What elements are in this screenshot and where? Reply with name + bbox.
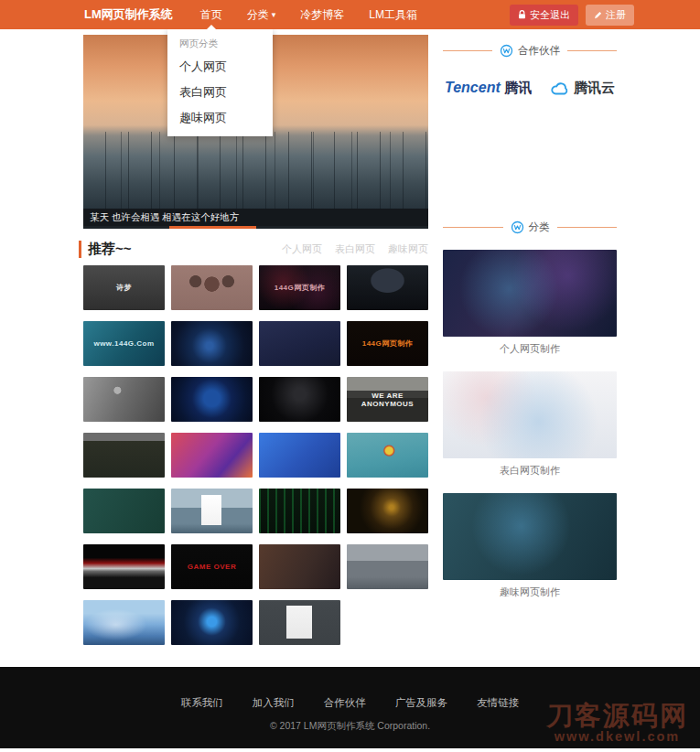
dropdown-item[interactable]: 趣味网页 (167, 105, 273, 131)
thumbnail-tile[interactable] (259, 600, 340, 645)
nav-item-label: 首页 (200, 7, 222, 23)
recommend-filter-links: 个人网页 表白网页 趣味网页 (282, 242, 428, 256)
thumbnail-label: www.144G.Com (93, 339, 154, 348)
footer-link[interactable]: 加入我们 (253, 696, 295, 710)
thumbnail-tile[interactable] (259, 489, 340, 533)
tencent-cloud-logo[interactable]: 腾讯云 (550, 80, 615, 97)
navbar-actions: 安全退出 注册 (510, 5, 634, 26)
sidebar: 合作伙伴 Tencent 腾讯 腾讯云 分类 (443, 35, 617, 615)
tencent-cloud-label: 腾讯云 (574, 80, 615, 97)
nav-item-label: 分类 (247, 7, 269, 23)
thumbnail-label: GAME OVER (188, 563, 236, 571)
tencent-logo-en: Tencent (445, 80, 501, 95)
category-card[interactable]: 趣味网页制作 (443, 493, 617, 607)
footer-link[interactable]: 友情链接 (477, 696, 519, 710)
thumbnail-tile[interactable] (171, 600, 253, 645)
thumbnail-tile[interactable] (83, 377, 165, 422)
dropdown-title: 网页分类 (167, 36, 273, 54)
carousel-indicator-segment[interactable] (83, 226, 169, 229)
thumbnail-tile[interactable] (347, 489, 428, 533)
nav-item[interactable]: 分类 ▾ (247, 0, 276, 29)
thumbnail-tile[interactable]: WE ARE ANONYMOUS (347, 377, 428, 422)
dropdown-item[interactable]: 个人网页 (167, 54, 273, 80)
footer-link[interactable]: 合作伙伴 (324, 696, 366, 710)
thumbnail-tile[interactable]: 144G网页制作 (259, 265, 340, 310)
nav-item[interactable]: 首页 (200, 0, 222, 29)
thumbnail-tile[interactable] (171, 265, 253, 310)
lock-icon (518, 10, 526, 19)
footer-link[interactable]: 联系我们 (181, 696, 223, 710)
categories-title: 分类 (529, 220, 550, 234)
carousel-indicator-segment[interactable] (169, 226, 255, 229)
hero-image-detail (83, 132, 428, 209)
partners-row: Tencent 腾讯 腾讯云 (443, 80, 617, 97)
thumbnail-tile[interactable]: 144G网页制作 (347, 321, 428, 366)
hero-caption: 某天 也许会相遇 相遇在这个好地方 (83, 209, 428, 226)
thumbnail-tile[interactable] (259, 544, 340, 589)
hero-carousel: 某天 也许会相遇 相遇在这个好地方 网页分类 个人网页 (83, 35, 428, 229)
thumbnail-tile[interactable] (171, 321, 253, 366)
thumbnail-tile[interactable] (83, 433, 165, 478)
thumbnail-tile[interactable]: GAME OVER (171, 544, 253, 589)
category-cards: 个人网页制作 表白网页制作 趣味网页制作 (443, 250, 617, 607)
site-logo-icon (511, 220, 524, 234)
partners-title: 合作伙伴 (518, 44, 560, 58)
thumbnail-tile[interactable]: www.144G.Com (83, 321, 165, 366)
category-card[interactable]: 表白网页制作 (443, 371, 617, 485)
category-card[interactable]: 个人网页制作 (443, 250, 617, 363)
thumbnail-label: 144G网页制作 (275, 283, 326, 293)
main-column: 某天 也许会相遇 相遇在这个好地方 网页分类 个人网页 (83, 35, 428, 645)
carousel-indicator-segment[interactable] (256, 226, 342, 229)
recommend-header: 推荐~~ 个人网页 表白网页 趣味网页 (83, 240, 428, 258)
category-dropdown: 网页分类 个人网页 表白网页 趣味网页 (167, 29, 273, 136)
logout-button[interactable]: 安全退出 (510, 5, 578, 26)
divider (567, 50, 617, 51)
divider (443, 227, 503, 228)
divider (557, 227, 618, 228)
thumbnail-tile[interactable] (347, 433, 428, 478)
chevron-down-icon: ▾ (272, 10, 276, 19)
filter-link[interactable]: 趣味网页 (388, 242, 428, 256)
category-image[interactable] (443, 250, 617, 337)
nav-item-label: 冷梦博客 (300, 7, 344, 23)
tencent-logo[interactable]: Tencent 腾讯 (445, 80, 532, 97)
carousel-indicator-segment[interactable] (342, 226, 428, 229)
thumbnail-tile[interactable] (259, 377, 340, 422)
dropdown-items: 个人网页 表白网页 趣味网页 (167, 54, 273, 131)
thumbnail-tile[interactable] (259, 321, 340, 366)
nav-menu: 首页 分类 ▾ 冷梦博客 LM工具箱 (200, 0, 442, 29)
thumbnail-label: 诗梦 (116, 283, 132, 293)
thumbnail-tile[interactable] (347, 265, 428, 310)
tencent-logo-cn: 腾讯 (504, 80, 532, 95)
site-logo-icon (500, 44, 513, 58)
thumbnail-tile[interactable] (171, 433, 253, 478)
category-caption: 趣味网页制作 (443, 580, 617, 607)
thumbnail-tile[interactable] (259, 433, 340, 478)
category-image[interactable] (443, 371, 617, 458)
thumbnail-tile[interactable] (83, 600, 165, 645)
brand-title[interactable]: LM网页制作系统 (84, 6, 173, 23)
page-content: 某天 也许会相遇 相遇在这个好地方 网页分类 个人网页 (83, 35, 617, 645)
filter-link[interactable]: 个人网页 (282, 242, 322, 256)
footer-link[interactable]: 广告及服务 (395, 696, 448, 710)
thumbnail-tile[interactable] (83, 544, 165, 589)
footer: 联系我们 加入我们 合作伙伴 广告及服务 友情链接 © 2017 LM网页制作系… (0, 667, 700, 748)
category-image[interactable] (443, 493, 617, 580)
nav-item[interactable]: LM工具箱 (369, 0, 417, 29)
thumbnail-tile[interactable] (83, 489, 165, 533)
divider (443, 50, 492, 51)
cloud-icon (550, 81, 570, 96)
filter-link[interactable]: 表白网页 (335, 242, 375, 256)
thumbnail-label: 144G网页制作 (362, 338, 414, 349)
nav-item-label: LM工具箱 (369, 7, 417, 23)
register-button[interactable]: 注册 (586, 5, 634, 26)
category-caption: 表白网页制作 (443, 458, 617, 485)
nav-item[interactable]: 冷梦博客 (300, 0, 344, 29)
footer-links: 联系我们 加入我们 合作伙伴 广告及服务 友情链接 (0, 696, 700, 710)
dropdown-item[interactable]: 表白网页 (167, 80, 273, 105)
thumbnail-tile[interactable]: 诗梦 (83, 265, 165, 310)
thumbnail-tile[interactable] (347, 544, 428, 589)
carousel-indicator (83, 226, 428, 229)
thumbnail-tile[interactable] (171, 489, 253, 533)
thumbnail-tile[interactable] (171, 377, 253, 422)
